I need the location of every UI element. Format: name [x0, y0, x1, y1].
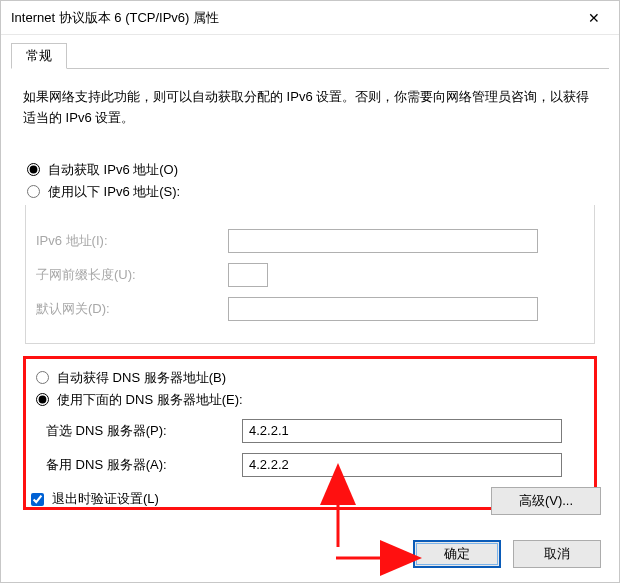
preferred-dns-label: 首选 DNS 服务器(P): — [32, 422, 242, 440]
radio-manual-dns-label: 使用下面的 DNS 服务器地址(E): — [57, 391, 243, 409]
advanced-button[interactable]: 高级(V)... — [491, 487, 601, 515]
preferred-dns-input[interactable] — [242, 419, 562, 443]
radio-manual-ipv6-label: 使用以下 IPv6 地址(S): — [48, 183, 180, 201]
radio-manual-dns-row[interactable]: 使用下面的 DNS 服务器地址(E): — [34, 391, 588, 409]
alternate-dns-input[interactable] — [242, 453, 562, 477]
window-title: Internet 协议版本 6 (TCP/IPv6) 属性 — [11, 9, 571, 27]
tab-general-label: 常规 — [26, 48, 52, 63]
ok-button[interactable]: 确定 — [413, 540, 501, 568]
radio-auto-ipv6-row[interactable]: 自动获取 IPv6 地址(O) — [25, 161, 595, 179]
close-icon: ✕ — [588, 10, 600, 26]
tabstrip: 常规 — [11, 43, 609, 69]
alternate-dns-label: 备用 DNS 服务器(A): — [32, 456, 242, 474]
radio-auto-ipv6-label: 自动获取 IPv6 地址(O) — [48, 161, 178, 179]
ipv6-address-input — [228, 229, 538, 253]
dialog-footer: 退出时验证设置(L) 高级(V)... 确定 取消 — [1, 490, 619, 582]
ipv6-properties-dialog: Internet 协议版本 6 (TCP/IPv6) 属性 ✕ 常规 如果网络支… — [0, 0, 620, 583]
close-button[interactable]: ✕ — [571, 1, 617, 35]
ipv6-manual-fields: IPv6 地址(I): 子网前缀长度(U): 默认网关(D): — [25, 205, 595, 344]
radio-auto-dns[interactable] — [36, 371, 49, 384]
subnet-prefix-label: 子网前缀长度(U): — [28, 266, 228, 284]
radio-manual-ipv6-row[interactable]: 使用以下 IPv6 地址(S): — [25, 183, 595, 201]
validate-on-exit-checkbox[interactable] — [31, 493, 44, 506]
ipv6-address-section: 自动获取 IPv6 地址(O) 使用以下 IPv6 地址(S): IPv6 地址… — [23, 151, 597, 348]
validate-on-exit-label: 退出时验证设置(L) — [52, 490, 159, 508]
titlebar: Internet 协议版本 6 (TCP/IPv6) 属性 ✕ — [1, 1, 619, 35]
radio-manual-dns[interactable] — [36, 393, 49, 406]
tab-content: 如果网络支持此功能，则可以自动获取分配的 IPv6 设置。否则，你需要向网络管理… — [1, 69, 619, 510]
default-gateway-input — [228, 297, 538, 321]
radio-auto-ipv6[interactable] — [27, 163, 40, 176]
radio-auto-dns-row[interactable]: 自动获得 DNS 服务器地址(B) — [34, 369, 588, 387]
cancel-button[interactable]: 取消 — [513, 540, 601, 568]
intro-text: 如果网络支持此功能，则可以自动获取分配的 IPv6 设置。否则，你需要向网络管理… — [23, 87, 597, 129]
ipv6-address-label: IPv6 地址(I): — [28, 232, 228, 250]
default-gateway-label: 默认网关(D): — [28, 300, 228, 318]
radio-manual-ipv6[interactable] — [27, 185, 40, 198]
tab-general[interactable]: 常规 — [11, 43, 67, 69]
radio-auto-dns-label: 自动获得 DNS 服务器地址(B) — [57, 369, 226, 387]
subnet-prefix-input — [228, 263, 268, 287]
